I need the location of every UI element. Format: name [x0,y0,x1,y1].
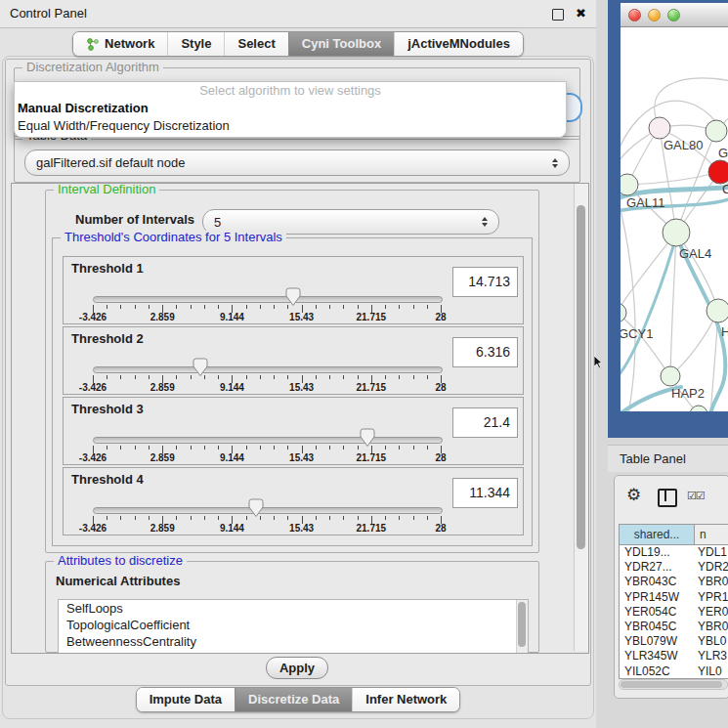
tick-mark [343,446,344,450]
threshold-value-field[interactable]: 6.316 [452,337,518,367]
spinner-arrows-icon[interactable] [475,217,498,227]
list-item-topologicalcoefficient[interactable]: TopologicalCoefficient [59,617,528,633]
threshold-value-field[interactable]: 21.4 [452,407,518,438]
checkbox-icon[interactable]: ☑☑ [687,490,705,502]
tab-impute-data[interactable]: Impute Data [137,688,235,711]
cyni-toolbox-panel: Discretization Algorithm Select algorith… [5,59,591,686]
slider-track[interactable] [93,296,443,303]
table-row[interactable]: YBR045CYBR0 [620,620,728,634]
table-cell: YER0 [694,605,728,620]
minimize-button[interactable] [648,9,661,21]
numerical-attributes-list[interactable]: SelfLoopsTopologicalCoefficientBetweenne… [58,599,529,654]
threshold-slider[interactable]: -3.4262.8599.14415.4321.71528 [93,358,441,394]
threshold-slider[interactable]: -3.4262.8599.14415.4321.71528 [93,498,441,535]
close-button[interactable] [628,9,641,21]
slider-thumb[interactable] [360,428,375,451]
float-window-icon[interactable] [552,9,564,21]
network-view-window[interactable]: GAL80GCGAL11GAL4GCY1HHAP2 [608,0,728,438]
slider-thumb[interactable] [248,498,264,522]
network-node-hap2[interactable] [661,366,680,386]
group-title: Discretization Algorithm [22,61,163,74]
dropdown-placeholder-item[interactable]: Select algorithm to view settings [15,82,566,100]
table-data-group: Table Data galFiltered.sif default node [14,136,580,183]
vertical-scrollbar[interactable] [574,184,588,651]
tab-network[interactable]: Network [73,32,167,56]
tab-discretize-data[interactable]: Discretize Data [235,688,352,711]
table-cell: YBR045C [620,620,694,634]
tick-mark [176,375,177,379]
node-attribute-table[interactable]: shared...n YDL19...YDL1YDR27...YDR2YBR04… [619,524,728,679]
table-row[interactable]: YLR345WYLR3 [620,649,728,664]
tab-jactivemnodules[interactable]: jActiveMNodules [394,32,523,56]
tick-label: 21.715 [357,452,387,463]
tick-label: 28 [435,382,446,393]
scrollbar-thumb[interactable] [621,681,722,688]
tick-mark [413,446,414,450]
threshold-value-field[interactable]: 11.344 [452,478,518,508]
tab-label: Cyni Toolbox [302,36,381,51]
network-node-h[interactable] [707,299,728,322]
network-node-gal80[interactable] [649,117,670,139]
network-node-gal11[interactable] [621,174,638,195]
thresholds-group: Threshold's Coordinates for 5 Intervals … [52,237,533,546]
table-row[interactable]: YER054CYER0 [620,605,728,620]
tick-label: 15.43 [289,312,314,322]
tick-mark [218,516,219,520]
threshold-value-field[interactable]: 14.713 [452,267,518,297]
column-header-shared-[interactable]: shared... [620,525,695,544]
close-icon[interactable]: ✖ [576,4,586,23]
horizontal-scrollbar[interactable] [619,679,728,690]
table-row[interactable]: YIL052CYIL0 [620,664,728,679]
table-row[interactable]: YPR145WYPR1 [620,590,728,605]
threshold-label: Threshold 1 [71,261,144,276]
columns-icon[interactable] [658,489,677,507]
column-header-n[interactable]: n [695,525,728,544]
spinner-value: 5 [203,215,475,230]
slider-thumb[interactable] [193,358,208,381]
network-node-g[interactable] [706,120,727,142]
tab-style[interactable]: Style [167,32,224,56]
table-cell: YDR27... [620,560,694,575]
slider-track[interactable] [93,507,443,514]
dropdown-item-manual-discretization[interactable]: Manual Discretization [15,100,566,117]
threshold-label: Threshold 4 [71,472,144,487]
zoom-button[interactable] [667,9,680,21]
table-cell: YBL0 [694,634,728,649]
tick-label: 28 [435,452,446,463]
threshold-slider[interactable]: -3.4262.8599.14415.4321.71528 [93,287,441,323]
table-row[interactable]: YBL079WYBL0 [620,634,728,649]
settings-scrollpane: Interval Definition Number of Intervals … [11,183,589,654]
node-label: GAL80 [664,138,703,152]
tick-mark [274,375,275,379]
slider-track[interactable] [93,366,443,373]
gear-icon[interactable]: ⚙ [626,486,641,505]
tab-select[interactable]: Select [224,32,287,56]
table-row[interactable]: YBR043CYBR0 [620,575,728,589]
list-scrollbar[interactable] [516,600,528,653]
list-item-selfloops[interactable]: SelfLoops [59,600,528,617]
table-data-combobox[interactable]: galFiltered.sif default node [24,150,570,176]
tab-cyni-toolbox[interactable]: Cyni Toolbox [288,32,394,56]
network-canvas[interactable]: GAL80GCGAL11GAL4GCY1HHAP2 [621,27,728,411]
network-node-c[interactable] [708,160,728,184]
table-cell: YIL0 [694,664,728,679]
tick-mark [287,375,288,379]
table-row[interactable]: YDR27...YDR2 [620,560,728,575]
scrollbar-thumb[interactable] [577,205,585,549]
tick-mark [427,516,428,520]
tick-mark [316,305,317,309]
table-row[interactable]: YDL19...YDL1 [620,545,728,560]
apply-button[interactable]: Apply [266,657,328,679]
dropdown-item-equal-width-frequency-discretization[interactable]: Equal Width/Frequency Discretization [15,117,566,135]
slider-track[interactable] [93,437,443,444]
tab-infer-network[interactable]: Infer Network [352,688,459,711]
spinner-arrows-icon[interactable] [545,158,569,168]
tick-mark [316,516,317,520]
slider-thumb[interactable] [285,287,301,311]
threshold-slider[interactable]: -3.4262.8599.14415.4321.71528 [93,428,441,464]
tick-mark [413,516,414,520]
network-node-gal4[interactable] [663,219,690,246]
tick-mark [274,446,275,450]
tick-label: 9.144 [220,312,244,322]
list-item-betweennesscentrality[interactable]: BetweennessCentrality [59,633,528,650]
